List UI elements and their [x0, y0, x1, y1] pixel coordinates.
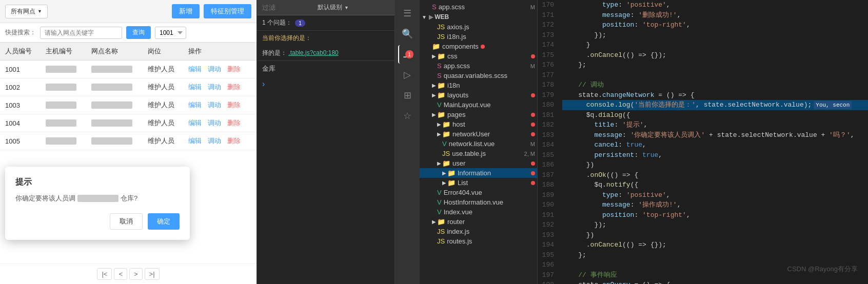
expand-button[interactable]: ›: [257, 76, 394, 92]
dialog-title: 提示: [15, 177, 180, 188]
code-line: }): [562, 160, 868, 170]
line-number: 173: [542, 30, 554, 40]
problems-count: 1 个问题：: [262, 18, 292, 27]
move-link[interactable]: 调动: [208, 137, 221, 145]
search-icon[interactable]: 🔍: [398, 25, 417, 43]
tree-item[interactable]: Sapp.scssM: [420, 2, 537, 12]
cell-id: 1005: [0, 132, 41, 150]
move-link[interactable]: 调动: [208, 101, 221, 109]
tree-item[interactable]: JSroutes.js: [420, 236, 537, 246]
tree-item[interactable]: ▶📁user: [420, 158, 537, 168]
confirm-button[interactable]: 确定: [148, 213, 180, 230]
bookmark-icon[interactable]: ☆: [398, 107, 417, 125]
page-next[interactable]: >: [129, 268, 143, 280]
explorer-icon[interactable]: ☰: [398, 4, 417, 23]
tree-item[interactable]: VIndex.vue: [420, 207, 537, 217]
code-line: .onCancel(() => {});: [562, 50, 868, 60]
line-number: 189: [542, 190, 554, 200]
tree-item[interactable]: ▶📁List: [420, 178, 537, 188]
code-panel: 1701711721731741751761771781791801811821…: [538, 0, 868, 284]
move-link[interactable]: 调动: [208, 65, 221, 73]
code-line: message: '你确定要将该人员调入' + state.selectNetw…: [562, 130, 868, 140]
tree-item[interactable]: JSindex.js: [420, 227, 537, 236]
tree-item[interactable]: ▶📁i18n: [420, 80, 537, 90]
cancel-button[interactable]: 取消: [110, 213, 143, 230]
filter-level[interactable]: 默认级别: [318, 3, 349, 12]
edit-link[interactable]: 编辑: [188, 101, 202, 109]
line-number: 178: [542, 80, 554, 90]
tree-item[interactable]: JSi18n.js: [420, 32, 537, 42]
tree-item[interactable]: ▶📁css: [420, 51, 537, 61]
search-input[interactable]: [40, 27, 122, 39]
tree-item[interactable]: VError404.vue: [420, 188, 537, 197]
search-button[interactable]: 查询: [126, 26, 151, 39]
tree-item[interactable]: ▶📁networkUser: [420, 129, 537, 139]
cell-name: [86, 114, 143, 132]
edit-link[interactable]: 编辑: [188, 119, 202, 127]
table-row: 1003 维护人员 编辑 调动 删除: [0, 96, 257, 114]
line-number: 186: [542, 160, 554, 170]
code-line: .onCancel(() => {});: [562, 240, 868, 250]
pagination: |< < > >|: [0, 263, 257, 284]
line-number: 191: [542, 210, 554, 220]
cell-id: 1001: [0, 60, 41, 78]
line-number: 190: [542, 200, 554, 210]
selection-link[interactable]: .table.js?cab0:180: [288, 49, 338, 56]
line-numbers: 1701711721731741751761771781791801811821…: [538, 0, 558, 284]
problems-badge: 1: [295, 19, 305, 27]
line-number: 198: [542, 280, 554, 284]
line-number: 184: [542, 140, 554, 150]
tree-item[interactable]: Sapp.scssM: [420, 61, 537, 71]
code-line: });: [562, 30, 868, 40]
dialog-content: 你确定要将该人员调 仓库?: [15, 194, 180, 203]
section-header[interactable]: ▼▶ WEB: [420, 12, 537, 22]
page-select[interactable]: 1001: [155, 27, 186, 39]
tree-item[interactable]: VMainLayout.vue: [420, 100, 537, 110]
tree-item[interactable]: ▶📁pages: [420, 110, 537, 119]
tree-item[interactable]: 📁components: [420, 42, 537, 51]
edit-link[interactable]: 编辑: [188, 65, 202, 73]
col-action: 操作: [183, 43, 257, 60]
code-line: $q.dialog({: [562, 110, 868, 120]
extensions-icon[interactable]: ⊞: [398, 86, 417, 105]
add-button[interactable]: 新增: [172, 4, 200, 18]
tree-item[interactable]: Squasar.variables.scss: [420, 71, 537, 80]
line-number: 193: [542, 230, 554, 240]
delete-link[interactable]: 删除: [227, 119, 241, 127]
cell-id: 1002: [0, 78, 41, 96]
line-number: 196: [542, 260, 554, 270]
delete-link[interactable]: 删除: [227, 101, 241, 109]
tree-item[interactable]: JSuse.table.js2, M: [420, 149, 537, 158]
cell-id: 1003: [0, 96, 41, 114]
tree-item[interactable]: ▶📁Information: [420, 168, 537, 178]
left-panel: 所有网点 新增 特征别管理 快捷搜索： 查询 1001 人员编号 主机编号: [0, 0, 257, 284]
tree-item[interactable]: Vnetwork.list.vueM: [420, 139, 537, 149]
all-nodes-button[interactable]: 所有网点: [5, 5, 48, 18]
line-number: 195: [542, 250, 554, 260]
table-row: 1001 维护人员 编辑 调动 删除: [0, 60, 257, 78]
move-link[interactable]: 调动: [208, 83, 221, 91]
cell-id: 1004: [0, 114, 41, 132]
filter-input[interactable]: [262, 4, 313, 11]
cell-name: [86, 60, 143, 78]
move-link[interactable]: 调动: [208, 119, 221, 127]
page-prev[interactable]: <: [114, 268, 127, 280]
feature-manage-button[interactable]: 特征别管理: [204, 4, 251, 18]
tree-item[interactable]: ▶📁host: [420, 119, 537, 129]
col-name: 网点名称: [86, 43, 143, 60]
delete-link[interactable]: 删除: [227, 65, 241, 73]
line-number: 181: [542, 110, 554, 120]
tree-item[interactable]: VHostInformation.vue: [420, 197, 537, 207]
edit-link[interactable]: 编辑: [188, 137, 202, 145]
tree-item[interactable]: JSaxios.js: [420, 22, 537, 32]
page-first[interactable]: |<: [97, 268, 112, 280]
edit-link[interactable]: 编辑: [188, 83, 202, 91]
tree-item[interactable]: ▶📁router: [420, 217, 537, 227]
cell-host: [41, 132, 86, 150]
delete-link[interactable]: 删除: [227, 137, 241, 145]
cell-host: [41, 96, 86, 114]
run-debug-icon[interactable]: ▷: [398, 66, 417, 84]
delete-link[interactable]: 删除: [227, 83, 241, 91]
page-last[interactable]: >|: [145, 268, 160, 280]
tree-item[interactable]: ▶📁layouts: [420, 90, 537, 100]
